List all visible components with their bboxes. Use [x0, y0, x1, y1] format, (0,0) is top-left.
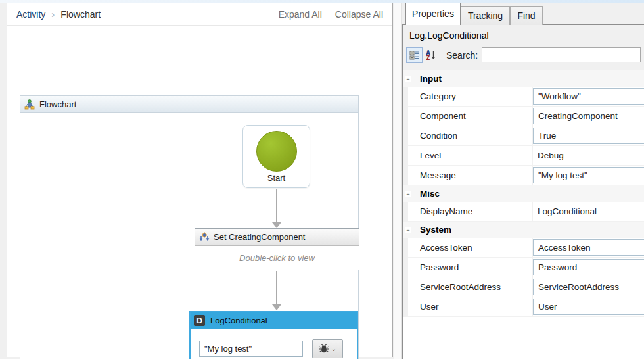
search-label: Search:	[446, 50, 478, 60]
tab-tracking[interactable]: Tracking	[461, 6, 510, 25]
flowchart-title: Flowchart	[39, 99, 76, 109]
property-value[interactable]: AccessToken	[533, 239, 644, 256]
property-value[interactable]: Debug	[533, 146, 644, 165]
property-row-message[interactable]: Message"My log test"	[403, 166, 644, 185]
toolbar-separator	[442, 49, 442, 61]
property-row-component[interactable]: ComponentCreatingComponent	[403, 107, 644, 126]
row-gutter	[403, 258, 408, 277]
category-row-system[interactable]: −System	[403, 222, 644, 238]
property-label: Category	[408, 87, 533, 107]
start-label: Start	[243, 173, 310, 183]
set-activity-header[interactable]: Set CreatingComponent	[195, 229, 359, 246]
property-value-cell[interactable]: ServiceRootAddress	[533, 277, 644, 297]
property-row-condition[interactable]: ConditionTrue	[403, 126, 644, 146]
property-value-cell[interactable]: "Workflow"	[533, 87, 644, 107]
row-gutter	[403, 166, 408, 185]
tab-find[interactable]: Find	[510, 6, 543, 25]
property-value[interactable]: "Workflow"	[533, 88, 644, 105]
property-row-servicerootaddress[interactable]: ServiceRootAddressServiceRootAddress	[403, 277, 644, 297]
property-value[interactable]: LogConditional	[533, 202, 644, 221]
property-value[interactable]: CreatingComponent	[533, 108, 644, 124]
property-value-cell[interactable]: User	[533, 297, 644, 317]
property-value[interactable]: True	[533, 128, 644, 144]
collapse-toggle-icon[interactable]: −	[405, 76, 411, 82]
category-name: System	[420, 225, 451, 235]
assign-icon	[199, 232, 210, 243]
property-row-password[interactable]: PasswordPassword	[403, 258, 644, 277]
property-label: Level	[408, 146, 533, 166]
property-row-category[interactable]: Category"Workflow"	[403, 87, 644, 107]
property-value-cell[interactable]: Debug	[533, 146, 644, 166]
workflow-designer-panel: Activity › Flowchart Expand All Collapse…	[7, 3, 393, 357]
row-gutter	[403, 146, 408, 166]
set-activity-title: Set CreatingComponent	[214, 232, 305, 242]
property-label: AccessToken	[408, 238, 533, 258]
property-label: ServiceRootAddress	[408, 277, 533, 297]
start-node[interactable]: Start	[242, 125, 310, 188]
flowchart-icon	[24, 99, 35, 110]
activity-type-badge: D	[194, 315, 205, 326]
logconditional-header[interactable]: D LogConditional	[191, 312, 357, 329]
property-row-level[interactable]: LevelDebug	[403, 146, 644, 166]
property-value-cell[interactable]: CreatingComponent	[533, 107, 644, 126]
property-value-cell[interactable]: LogConditional	[533, 202, 644, 222]
logconditional-title: LogConditional	[210, 316, 267, 325]
category-name: Input	[420, 74, 442, 84]
property-value[interactable]: ServiceRootAddress	[533, 279, 644, 295]
logconditional-activity[interactable]: D LogConditional	[189, 311, 358, 359]
category-row-input[interactable]: −Input	[403, 70, 644, 87]
selected-object-name: Log.LogConditional	[403, 25, 644, 45]
breadcrumb: Activity › Flowchart Expand All Collapse…	[7, 3, 392, 26]
flowchart-activity[interactable]: Flowchart Start Set CreatingComponent	[20, 95, 359, 359]
property-row-user[interactable]: UserUser	[403, 297, 644, 317]
set-activity-body[interactable]: Double-click to view	[195, 246, 359, 270]
breadcrumb-chevron-icon: ›	[51, 9, 55, 20]
flowchart-header[interactable]: Flowchart	[20, 96, 358, 113]
expand-all-button[interactable]: Expand All	[279, 9, 322, 20]
collapse-all-button[interactable]: Collapse All	[335, 9, 383, 20]
property-row-accesstoken[interactable]: AccessTokenAccessToken	[403, 238, 644, 258]
alphabetical-sort-button[interactable]: A Z	[423, 47, 439, 63]
row-gutter	[403, 277, 408, 297]
properties-tab-strip: Properties Tracking Find	[402, 3, 644, 24]
chevron-down-icon: ⌄	[331, 345, 336, 352]
property-label: Message	[408, 166, 533, 185]
breadcrumb-activity[interactable]: Activity	[16, 9, 45, 20]
connector-arrow[interactable]	[272, 189, 281, 228]
collapse-toggle-icon[interactable]: −	[405, 191, 411, 197]
categorized-view-button[interactable]	[406, 47, 423, 63]
debug-dropdown-button[interactable]: ⌄	[312, 339, 343, 358]
property-label: Condition	[408, 126, 533, 146]
property-value-cell[interactable]: Password	[533, 258, 644, 277]
search-input[interactable]	[482, 47, 641, 62]
categorized-view-icon	[409, 50, 420, 60]
row-gutter	[403, 238, 408, 258]
category-row-misc[interactable]: −Misc	[403, 185, 644, 202]
property-value-cell[interactable]: "My log test"	[533, 166, 644, 185]
designer-canvas[interactable]: Flowchart Start Set CreatingComponent	[7, 26, 392, 357]
property-row-displayname[interactable]: DisplayNameLogConditional	[403, 202, 644, 222]
start-circle-icon	[256, 131, 297, 172]
set-creatingcomponent-activity[interactable]: Set CreatingComponent Double-click to vi…	[195, 228, 359, 270]
property-value[interactable]: Password	[533, 259, 644, 275]
tab-properties[interactable]: Properties	[405, 3, 461, 25]
property-value-cell[interactable]: True	[533, 126, 644, 146]
property-label: DisplayName	[408, 202, 533, 222]
property-label: Component	[408, 107, 533, 126]
property-value[interactable]: "My log test"	[533, 167, 644, 183]
properties-toolbar: A Z Search:	[403, 45, 644, 65]
property-label: Password	[408, 258, 533, 277]
connector-arrow[interactable]	[272, 271, 281, 310]
properties-panel: Log.LogConditional A Z Search: −InputCat…	[402, 24, 644, 359]
collapse-toggle-icon[interactable]: −	[405, 227, 411, 233]
category-name: Misc	[420, 189, 440, 199]
property-label: User	[408, 297, 533, 317]
row-gutter	[403, 107, 408, 126]
property-value[interactable]: User	[533, 299, 644, 315]
breadcrumb-flowchart: Flowchart	[60, 9, 101, 20]
log-message-input[interactable]	[199, 341, 303, 357]
property-value-cell[interactable]: AccessToken	[533, 238, 644, 258]
panel-splitter[interactable]	[394, 3, 402, 359]
row-gutter	[403, 126, 408, 146]
row-gutter	[403, 87, 408, 107]
